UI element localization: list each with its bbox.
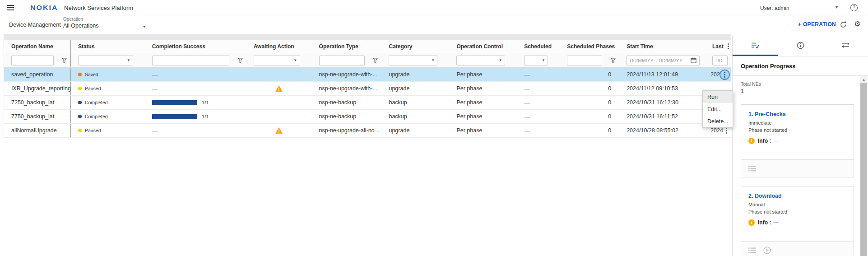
calendar-icon[interactable]: [691, 57, 696, 63]
status-dot: [78, 101, 82, 104]
filter-select-scheduled[interactable]: ▾: [524, 56, 548, 65]
column-header-status[interactable]: Status: [71, 40, 145, 53]
filter-funnel-icon[interactable]: [62, 58, 67, 63]
cell-awaiting-action: [246, 96, 312, 109]
column-header-operation-name[interactable]: Operation Name: [4, 40, 71, 53]
row-actions-button[interactable]: [726, 128, 727, 134]
table-row[interactable]: 7250_backup_latCompleted1/1nsp-ne-backup…: [4, 96, 731, 110]
cell-scheduled: —: [517, 68, 560, 81]
filter-input-operation-type[interactable]: [319, 56, 365, 65]
operation-filter-dropdown[interactable]: Operation All Operations ▾: [63, 17, 149, 33]
filter-select-category[interactable]: ▾: [389, 56, 437, 65]
filter-cell-category: ▾: [381, 53, 449, 67]
filter-funnel-icon[interactable]: [611, 58, 616, 63]
kebab-dots: [726, 128, 727, 134]
table-header-row: Operation NameStatusCompletion SuccessAw…: [4, 40, 731, 53]
refresh-icon[interactable]: [840, 21, 847, 30]
column-header-scheduled[interactable]: Scheduled: [517, 40, 560, 53]
status-dot: [78, 73, 82, 76]
phase-info-value: —: [773, 219, 779, 226]
info-icon: i: [748, 138, 755, 144]
menu-item-edit[interactable]: Edit...: [703, 103, 733, 115]
cell-operation-name: saved_operation: [4, 68, 71, 81]
tab-info[interactable]: [778, 36, 823, 56]
row-actions-button[interactable]: [719, 70, 730, 80]
scrollbar-thumb[interactable]: [860, 83, 867, 256]
breadcrumb: Device Management: [9, 22, 61, 28]
chevron-down-icon: ▾: [294, 58, 297, 62]
table-row[interactable]: allNormalUpgradePaused—nsp-ne-upgrade-al…: [4, 124, 731, 138]
menu-item-delete[interactable]: Delete...: [703, 115, 733, 127]
cell-status: Completed: [71, 96, 145, 109]
horizontal-scrollbar[interactable]: [4, 34, 731, 40]
status-label: Completed: [85, 100, 108, 105]
column-header-start-time[interactable]: Start Time: [619, 40, 705, 53]
column-header-completion-success[interactable]: Completion Success: [145, 40, 246, 53]
info-circle-icon: [797, 42, 804, 51]
filter-cell-completion-success: [145, 53, 246, 67]
row-context-menu: RunEdit...Delete...: [702, 90, 733, 128]
table-row[interactable]: IXR_Upgrade_reportingPaused—nsp-ne-upgra…: [4, 82, 731, 96]
filter-cell-operation-control: ▾: [449, 53, 517, 67]
phase-title-link[interactable]: 1. Pre-Checks: [748, 111, 846, 117]
cell-start-time: 2024/10/28 08:55:02: [619, 124, 705, 137]
cell-operation-type: nsp-ne-upgrade-with-...: [312, 82, 382, 95]
date-from-placeholder: DD/MM/YY: [630, 58, 654, 63]
cell-completion-success: —: [145, 82, 246, 95]
add-operation-button[interactable]: + OPERATION: [798, 21, 836, 28]
filter-date-last[interactable]: DD: [712, 56, 728, 65]
menu-item-run[interactable]: Run: [703, 91, 733, 103]
filter-input-completion-success[interactable]: [152, 56, 229, 65]
cell-awaiting-action: [246, 124, 312, 137]
progress-label: 1/1: [202, 114, 209, 119]
total-nes-label: Total NEs: [741, 81, 854, 87]
list-icon[interactable]: [748, 247, 756, 253]
column-header-category[interactable]: Category: [381, 40, 449, 53]
column-header-awaiting-action[interactable]: Awaiting Action: [246, 40, 312, 53]
filter-cell-status: ▾: [71, 53, 145, 67]
play-circle-icon[interactable]: [763, 247, 771, 254]
phase-info-row: iInfo :—: [748, 138, 846, 144]
filter-funnel-icon[interactable]: [373, 58, 378, 63]
chevron-down-icon: ▾: [432, 58, 434, 62]
operations-table: Operation NameStatusCompletion SuccessAw…: [4, 34, 731, 138]
filter-input-operation-name[interactable]: [11, 56, 54, 65]
column-header-scheduled-phases[interactable]: Scheduled Phases: [560, 40, 619, 53]
filter-daterange-start-time[interactable]: DD/MM/YY-DD/MM/YY: [627, 56, 700, 65]
phase-title-link[interactable]: 2. Download: [748, 193, 846, 199]
settings-gear-icon[interactable]: ⚙: [854, 19, 860, 28]
phase-mode: Manual: [748, 202, 846, 207]
scrollbar-up-arrow[interactable]: ▲: [860, 76, 867, 83]
table-row[interactable]: saved_operationSaved—nsp-ne-upgrade-with…: [4, 68, 731, 82]
scheduled-value: —: [524, 85, 530, 92]
filter-funnel-icon[interactable]: [238, 58, 243, 63]
status-label: Saved: [85, 72, 98, 77]
panel-tab-bar: [733, 36, 868, 56]
tab-operation-progress[interactable]: [733, 36, 778, 56]
column-header-operation-control[interactable]: Operation Control: [449, 40, 517, 53]
user-menu-label[interactable]: User: admin: [760, 5, 789, 11]
total-nes-value: 1: [741, 88, 854, 94]
table-filter-row: ▾▾▾▾▾DD/MM/YY-DD/MM/YYDD: [4, 53, 731, 68]
panel-scrollbar[interactable]: ▲: [860, 76, 867, 256]
filter-cell-scheduled-phases: [560, 53, 619, 67]
filter-select-awaiting-action[interactable]: ▾: [254, 56, 300, 65]
help-icon[interactable]: ?: [850, 4, 858, 11]
chevron-down-icon: ▾: [127, 58, 130, 62]
hamburger-menu-icon[interactable]: [7, 5, 14, 10]
cell-operation-control: Per phase: [449, 96, 517, 109]
cell-scheduled-phases: 0: [560, 124, 619, 137]
user-menu-caret-icon[interactable]: ▾: [836, 5, 838, 9]
filter-select-status[interactable]: ▾: [78, 56, 133, 65]
list-icon[interactable]: [748, 166, 756, 172]
cell-status: Saved: [71, 68, 145, 81]
cell-operation-control: Per phase: [449, 124, 517, 137]
cell-start-time: 2024/10/31 16:11:52: [619, 110, 705, 123]
column-settings-button[interactable]: [728, 43, 729, 49]
cell-category: backup: [381, 110, 449, 123]
filter-select-operation-control[interactable]: ▾: [456, 56, 505, 65]
table-row[interactable]: 7750_backup_latCompleted1/1nsp-ne-backup…: [4, 110, 731, 124]
tab-compare[interactable]: [823, 36, 868, 56]
filter-input-scheduled-phases[interactable]: [567, 56, 602, 65]
column-header-operation-type[interactable]: Operation Type: [312, 40, 382, 53]
